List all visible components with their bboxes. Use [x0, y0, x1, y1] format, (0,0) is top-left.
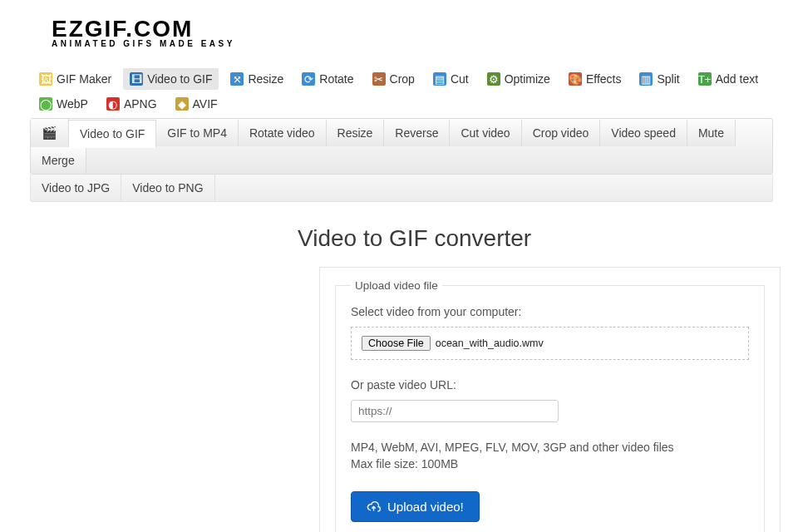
- main-nav-label: Cut: [451, 72, 469, 86]
- upload-panel: Upload video file Select video from your…: [319, 267, 781, 532]
- main-nav-item[interactable]: ✂Crop: [366, 68, 421, 90]
- avif-icon: ◆: [175, 97, 189, 111]
- optimize-icon: ⚙: [487, 72, 500, 86]
- sub-nav-home-icon[interactable]: 🎬: [31, 119, 69, 147]
- select-file-label: Select video from your computer:: [351, 305, 749, 318]
- video-url-input[interactable]: [351, 400, 559, 422]
- main-nav-label: Crop: [390, 72, 415, 86]
- main-nav-label: APNG: [124, 97, 157, 111]
- logo-sub-text: ANIMATED GIFS MADE EASY: [52, 39, 773, 48]
- main-nav-item[interactable]: ⤧Resize: [224, 68, 290, 90]
- main-nav-label: Rotate: [319, 72, 353, 86]
- hint-line-1: MP4, WebM, AVI, MPEG, FLV, MOV, 3GP and …: [351, 441, 674, 454]
- main-nav-item[interactable]: ◆AVIF: [169, 93, 224, 115]
- main-nav-label: Resize: [248, 72, 283, 86]
- effects-icon: 🎨: [569, 72, 582, 86]
- site-logo[interactable]: EZGIF.COM ANIMATED GIFS MADE EASY: [52, 18, 773, 48]
- sub-nav-item[interactable]: GIF to MP4: [156, 120, 239, 146]
- webp-icon: ◯: [39, 97, 52, 111]
- sub-nav-item[interactable]: Mute: [687, 120, 736, 146]
- upload-fieldset: Upload video file Select video from your…: [335, 279, 765, 532]
- hint-line-2: Max file size: 100MB: [351, 457, 458, 470]
- main-nav-item[interactable]: ◯WebP: [32, 93, 95, 115]
- rotate-icon: ⟳: [302, 72, 315, 86]
- main-nav-label: AVIF: [193, 97, 218, 111]
- image-icon: 🖼: [39, 72, 52, 86]
- crop-icon: ✂: [372, 72, 386, 86]
- main-nav-label: Effects: [586, 72, 622, 86]
- main-nav-label: WebP: [57, 97, 88, 111]
- upload-cloud-icon: [367, 500, 381, 514]
- apng-icon: ◐: [106, 97, 120, 111]
- upload-button-label: Upload video!: [387, 500, 464, 514]
- page-title: Video to GIF converter: [298, 225, 773, 252]
- sub-nav-item[interactable]: Crop video: [522, 120, 601, 146]
- main-nav-item[interactable]: ⟳Rotate: [295, 68, 360, 90]
- sub-nav-item[interactable]: Reverse: [384, 120, 450, 146]
- main-nav-item[interactable]: ▤Cut: [426, 68, 475, 90]
- logo-main-text: EZGIF.COM: [52, 18, 773, 39]
- sub-nav-item[interactable]: Video to JPG: [31, 175, 121, 201]
- or-url-label: Or paste video URL:: [351, 378, 749, 392]
- main-nav-label: Video to GIF: [147, 72, 212, 86]
- main-nav-item[interactable]: ⚙Optimize: [480, 68, 557, 90]
- sub-nav-item[interactable]: Cut video: [450, 120, 521, 146]
- main-nav-item[interactable]: ◐APNG: [100, 93, 164, 115]
- upload-hint: MP4, WebM, AVI, MPEG, FLV, MOV, 3GP and …: [351, 439, 749, 473]
- film-icon: 🎞: [130, 72, 143, 86]
- choose-file-button[interactable]: Choose File: [362, 336, 431, 351]
- main-nav: 🖼GIF Maker🎞Video to GIF⤧Resize⟳Rotate✂Cr…: [30, 66, 773, 116]
- sub-nav-item[interactable]: Video to GIF: [69, 120, 156, 148]
- main-nav-label: Split: [657, 72, 679, 86]
- main-nav-item[interactable]: T+Add text: [692, 68, 765, 90]
- main-nav-label: Optimize: [505, 72, 550, 86]
- upload-legend: Upload video file: [351, 279, 442, 292]
- resize-icon: ⤧: [230, 72, 244, 86]
- sub-nav-row2: Video to JPGVideo to PNG: [30, 175, 773, 202]
- sub-nav: 🎬 Video to GIFGIF to MP4Rotate videoResi…: [30, 118, 773, 175]
- file-input-row[interactable]: Choose File ocean_with_audio.wmv: [351, 327, 749, 360]
- sub-nav-item[interactable]: Rotate video: [239, 120, 327, 146]
- chosen-filename: ocean_with_audio.wmv: [436, 337, 544, 349]
- main-nav-label: Add text: [716, 72, 758, 86]
- sub-nav-item[interactable]: Video speed: [600, 120, 687, 146]
- main-nav-label: GIF Maker: [57, 72, 111, 86]
- sub-nav-item[interactable]: Video to PNG: [121, 175, 214, 201]
- main-nav-item[interactable]: 🖼GIF Maker: [32, 68, 118, 90]
- split-icon: ▥: [639, 72, 653, 86]
- upload-video-button[interactable]: Upload video!: [351, 491, 480, 522]
- main-nav-item[interactable]: 🎨Effects: [562, 68, 628, 90]
- addtext-icon: T+: [698, 72, 712, 86]
- main-nav-item[interactable]: ▥Split: [633, 68, 686, 90]
- sub-nav-item[interactable]: Merge: [31, 147, 86, 174]
- cut-icon: ▤: [433, 72, 446, 86]
- sub-nav-item[interactable]: Resize: [327, 120, 385, 146]
- main-nav-item[interactable]: 🎞Video to GIF: [123, 68, 219, 90]
